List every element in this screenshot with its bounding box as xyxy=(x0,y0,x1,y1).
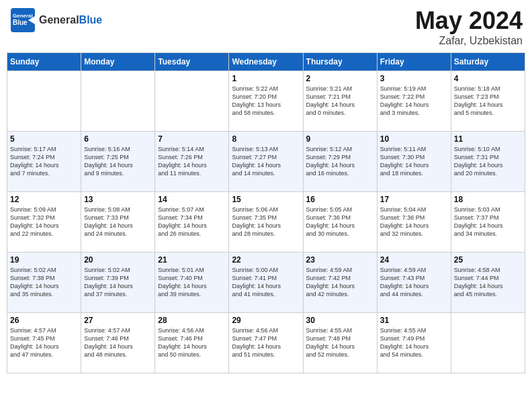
logo-blue: Blue xyxy=(79,14,103,26)
day-number: 18 xyxy=(454,195,522,204)
day-info: Sunrise: 5:08 AM Sunset: 7:33 PM Dayligh… xyxy=(84,205,152,238)
page-header: General Blue GeneralBlue May 2024 Zafar,… xyxy=(7,7,525,47)
week-row-4: 19Sunrise: 5:02 AM Sunset: 7:38 PM Dayli… xyxy=(7,253,525,313)
logo-icon: General Blue xyxy=(9,7,36,34)
calendar-cell: 10Sunrise: 5:11 AM Sunset: 7:30 PM Dayli… xyxy=(377,132,451,192)
title-area: May 2024 Zafar, Uzbekistan xyxy=(415,7,523,47)
calendar-cell: 8Sunrise: 5:13 AM Sunset: 7:27 PM Daylig… xyxy=(229,132,303,192)
calendar-cell: 5Sunrise: 5:17 AM Sunset: 7:24 PM Daylig… xyxy=(7,132,81,192)
day-info: Sunrise: 5:22 AM Sunset: 7:20 PM Dayligh… xyxy=(232,85,300,118)
calendar-cell: 26Sunrise: 4:57 AM Sunset: 7:45 PM Dayli… xyxy=(7,313,81,373)
calendar-cell: 18Sunrise: 5:03 AM Sunset: 7:37 PM Dayli… xyxy=(451,192,525,253)
logo-text-area: GeneralBlue xyxy=(39,14,102,26)
calendar-cell: 27Sunrise: 4:57 AM Sunset: 7:46 PM Dayli… xyxy=(81,313,155,373)
day-number: 19 xyxy=(10,255,78,265)
day-info: Sunrise: 5:14 AM Sunset: 7:26 PM Dayligh… xyxy=(158,145,226,178)
day-info: Sunrise: 4:58 AM Sunset: 7:44 PM Dayligh… xyxy=(454,266,522,299)
day-info: Sunrise: 5:19 AM Sunset: 7:22 PM Dayligh… xyxy=(380,85,448,118)
day-number: 28 xyxy=(158,316,226,325)
calendar-cell: 20Sunrise: 5:02 AM Sunset: 7:39 PM Dayli… xyxy=(81,253,155,313)
calendar-cell: 4Sunrise: 5:18 AM Sunset: 7:23 PM Daylig… xyxy=(451,71,525,132)
day-number: 11 xyxy=(454,134,522,144)
weekday-header-thursday: Thursday xyxy=(303,53,377,71)
week-row-5: 26Sunrise: 4:57 AM Sunset: 7:45 PM Dayli… xyxy=(7,313,525,373)
weekday-header-saturday: Saturday xyxy=(451,53,525,71)
day-info: Sunrise: 4:59 AM Sunset: 7:43 PM Dayligh… xyxy=(380,266,448,299)
day-info: Sunrise: 5:13 AM Sunset: 7:27 PM Dayligh… xyxy=(232,145,300,178)
day-info: Sunrise: 4:56 AM Sunset: 7:47 PM Dayligh… xyxy=(232,326,300,359)
day-number: 8 xyxy=(232,134,300,144)
day-number: 27 xyxy=(84,316,152,325)
weekday-header-monday: Monday xyxy=(81,53,155,71)
day-number: 20 xyxy=(84,255,152,265)
day-info: Sunrise: 5:03 AM Sunset: 7:37 PM Dayligh… xyxy=(454,205,522,238)
day-number: 9 xyxy=(306,134,374,144)
calendar-cell: 14Sunrise: 5:07 AM Sunset: 7:34 PM Dayli… xyxy=(155,192,229,253)
day-number: 25 xyxy=(454,255,522,265)
calendar-cell xyxy=(155,71,229,132)
day-info: Sunrise: 5:10 AM Sunset: 7:31 PM Dayligh… xyxy=(454,145,522,178)
calendar-cell: 11Sunrise: 5:10 AM Sunset: 7:31 PM Dayli… xyxy=(451,132,525,192)
day-number: 2 xyxy=(306,74,374,83)
week-row-3: 12Sunrise: 5:09 AM Sunset: 7:32 PM Dayli… xyxy=(7,192,525,253)
day-number: 26 xyxy=(10,316,78,325)
location-title: Zafar, Uzbekistan xyxy=(415,35,523,47)
svg-text:Blue: Blue xyxy=(13,19,28,26)
day-info: Sunrise: 5:01 AM Sunset: 7:40 PM Dayligh… xyxy=(158,266,226,299)
day-info: Sunrise: 5:18 AM Sunset: 7:23 PM Dayligh… xyxy=(454,85,522,118)
logo: General Blue GeneralBlue xyxy=(9,7,102,34)
day-number: 22 xyxy=(232,255,300,265)
weekday-header-wednesday: Wednesday xyxy=(229,53,303,71)
calendar-cell: 16Sunrise: 5:05 AM Sunset: 7:36 PM Dayli… xyxy=(303,192,377,253)
day-info: Sunrise: 5:16 AM Sunset: 7:25 PM Dayligh… xyxy=(84,145,152,178)
day-info: Sunrise: 4:55 AM Sunset: 7:49 PM Dayligh… xyxy=(380,326,448,359)
weekday-header-sunday: Sunday xyxy=(7,53,81,71)
day-number: 17 xyxy=(380,195,448,204)
day-info: Sunrise: 4:55 AM Sunset: 7:48 PM Dayligh… xyxy=(306,326,374,359)
calendar-cell: 31Sunrise: 4:55 AM Sunset: 7:49 PM Dayli… xyxy=(377,313,451,373)
day-info: Sunrise: 4:57 AM Sunset: 7:45 PM Dayligh… xyxy=(10,326,78,359)
calendar-cell xyxy=(451,313,525,373)
day-info: Sunrise: 5:12 AM Sunset: 7:29 PM Dayligh… xyxy=(306,145,374,178)
weekday-header-friday: Friday xyxy=(377,53,451,71)
day-info: Sunrise: 5:07 AM Sunset: 7:34 PM Dayligh… xyxy=(158,205,226,238)
calendar-cell: 6Sunrise: 5:16 AM Sunset: 7:25 PM Daylig… xyxy=(81,132,155,192)
calendar-cell: 12Sunrise: 5:09 AM Sunset: 7:32 PM Dayli… xyxy=(7,192,81,253)
calendar-cell: 25Sunrise: 4:58 AM Sunset: 7:44 PM Dayli… xyxy=(451,253,525,313)
calendar-cell: 3Sunrise: 5:19 AM Sunset: 7:22 PM Daylig… xyxy=(377,71,451,132)
day-number: 12 xyxy=(10,195,78,204)
day-number: 16 xyxy=(306,195,374,204)
calendar-cell: 1Sunrise: 5:22 AM Sunset: 7:20 PM Daylig… xyxy=(229,71,303,132)
day-info: Sunrise: 5:04 AM Sunset: 7:36 PM Dayligh… xyxy=(380,205,448,238)
calendar-cell: 28Sunrise: 4:56 AM Sunset: 7:46 PM Dayli… xyxy=(155,313,229,373)
day-info: Sunrise: 5:00 AM Sunset: 7:41 PM Dayligh… xyxy=(232,266,300,299)
calendar-cell xyxy=(7,71,81,132)
day-number: 4 xyxy=(454,74,522,83)
calendar-cell: 2Sunrise: 5:21 AM Sunset: 7:21 PM Daylig… xyxy=(303,71,377,132)
calendar-cell xyxy=(81,71,155,132)
day-number: 7 xyxy=(158,134,226,144)
day-number: 5 xyxy=(10,134,78,144)
weekday-header-row: SundayMondayTuesdayWednesdayThursdayFrid… xyxy=(7,53,525,71)
day-number: 31 xyxy=(380,316,448,325)
calendar-cell: 15Sunrise: 5:06 AM Sunset: 7:35 PM Dayli… xyxy=(229,192,303,253)
day-number: 15 xyxy=(232,195,300,204)
calendar-table: SundayMondayTuesdayWednesdayThursdayFrid… xyxy=(7,52,525,373)
calendar-cell: 24Sunrise: 4:59 AM Sunset: 7:43 PM Dayli… xyxy=(377,253,451,313)
calendar-cell: 23Sunrise: 4:59 AM Sunset: 7:42 PM Dayli… xyxy=(303,253,377,313)
day-info: Sunrise: 5:17 AM Sunset: 7:24 PM Dayligh… xyxy=(10,145,78,178)
day-number: 3 xyxy=(380,74,448,83)
svg-text:General: General xyxy=(13,13,33,19)
logo-general: General xyxy=(39,14,79,26)
day-number: 21 xyxy=(158,255,226,265)
day-info: Sunrise: 4:57 AM Sunset: 7:46 PM Dayligh… xyxy=(84,326,152,359)
day-number: 24 xyxy=(380,255,448,265)
day-number: 13 xyxy=(84,195,152,204)
day-info: Sunrise: 5:02 AM Sunset: 7:38 PM Dayligh… xyxy=(10,266,78,299)
calendar-cell: 17Sunrise: 5:04 AM Sunset: 7:36 PM Dayli… xyxy=(377,192,451,253)
calendar-cell: 9Sunrise: 5:12 AM Sunset: 7:29 PM Daylig… xyxy=(303,132,377,192)
day-info: Sunrise: 5:09 AM Sunset: 7:32 PM Dayligh… xyxy=(10,205,78,238)
day-number: 10 xyxy=(380,134,448,144)
calendar-cell: 30Sunrise: 4:55 AM Sunset: 7:48 PM Dayli… xyxy=(303,313,377,373)
calendar-cell: 19Sunrise: 5:02 AM Sunset: 7:38 PM Dayli… xyxy=(7,253,81,313)
